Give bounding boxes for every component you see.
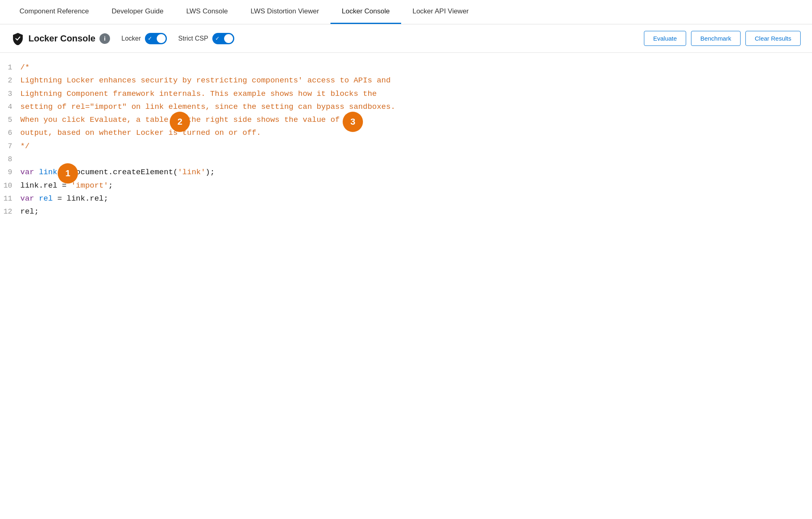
code-line: 1/*: [0, 61, 812, 74]
line-content: When you click Evaluate, a table on the …: [20, 113, 812, 126]
line-content: /*: [20, 61, 812, 74]
code-editor[interactable]: 1/*2Lightning Locker enhances security b…: [0, 53, 812, 418]
benchmark-button[interactable]: Benchmark: [691, 31, 741, 46]
nav-tab-component-reference[interactable]: Component Reference: [8, 0, 100, 24]
line-number: 12: [0, 205, 20, 218]
clear-results-button[interactable]: Clear Results: [745, 31, 801, 46]
line-number: 3: [0, 88, 20, 100]
toolbar-title-group: Locker Console i: [11, 32, 110, 45]
line-number: 11: [0, 192, 20, 205]
line-content: link.rel = 'import';: [20, 179, 812, 192]
app-title: Locker Console: [28, 33, 95, 44]
locker-toggle[interactable]: ✓: [145, 33, 167, 44]
code-line: 11var rel = link.rel;: [0, 192, 812, 205]
code-line: 3Lightning Component framework internals…: [0, 87, 812, 100]
toolbar-buttons: Evaluate Benchmark Clear Results: [644, 31, 801, 46]
line-number: 1: [0, 61, 20, 74]
line-content: rel;: [20, 205, 812, 218]
code-line: 9var link = document.createElement('link…: [0, 166, 812, 179]
locker-toggle-group: Locker ✓: [121, 33, 167, 44]
line-number: 10: [0, 179, 20, 192]
line-number: 9: [0, 166, 20, 179]
shield-icon: [11, 32, 24, 45]
line-content: Lightning Locker enhances security by re…: [20, 74, 812, 87]
line-number: 4: [0, 101, 20, 113]
nav-tab-lws-console[interactable]: LWS Console: [175, 0, 240, 24]
code-line: 6output, based on whether Locker is turn…: [0, 126, 812, 139]
strict-csp-toggle-group: Strict CSP ✓: [178, 33, 234, 44]
line-number: 6: [0, 127, 20, 139]
line-number: 5: [0, 114, 20, 126]
line-number: 7: [0, 140, 20, 153]
nav-tab-lws-distortion-viewer[interactable]: LWS Distortion Viewer: [239, 0, 330, 24]
line-content: output, based on whether Locker is turne…: [20, 126, 812, 139]
nav-tabs: Component ReferenceDeveloper GuideLWS Co…: [0, 0, 812, 24]
line-content: var rel = link.rel;: [20, 192, 812, 205]
info-icon[interactable]: i: [99, 33, 110, 44]
line-content: Lightning Component framework internals.…: [20, 87, 812, 100]
code-line: 2Lightning Locker enhances security by r…: [0, 74, 812, 87]
line-number: 2: [0, 74, 20, 87]
code-line: 8: [0, 153, 812, 166]
line-content: [20, 153, 812, 166]
locker-toggle-label: Locker: [121, 35, 141, 42]
toolbar: Locker Console i Locker ✓ Strict CSP ✓ E…: [0, 24, 812, 53]
code-area-wrapper: 1 2 3 1/*2Lightning Locker enhances secu…: [0, 53, 812, 418]
nav-tab-locker-console[interactable]: Locker Console: [330, 0, 401, 24]
nav-tab-locker-api-viewer[interactable]: Locker API Viewer: [401, 0, 480, 24]
code-line: 7*/: [0, 140, 812, 153]
line-number: 8: [0, 153, 20, 166]
strict-csp-toggle[interactable]: ✓: [212, 33, 234, 44]
code-line: 4setting of rel="import" on link element…: [0, 100, 812, 113]
code-line: 5When you click Evaluate, a table on the…: [0, 113, 812, 126]
evaluate-button[interactable]: Evaluate: [644, 31, 686, 46]
line-content: var link = document.createElement('link'…: [20, 166, 812, 179]
code-line: 12rel;: [0, 205, 812, 218]
strict-csp-toggle-label: Strict CSP: [178, 35, 208, 42]
nav-tab-developer-guide[interactable]: Developer Guide: [100, 0, 175, 24]
code-line: 10link.rel = 'import';: [0, 179, 812, 192]
line-content: setting of rel="import" on link elements…: [20, 100, 812, 113]
line-content: */: [20, 140, 812, 153]
